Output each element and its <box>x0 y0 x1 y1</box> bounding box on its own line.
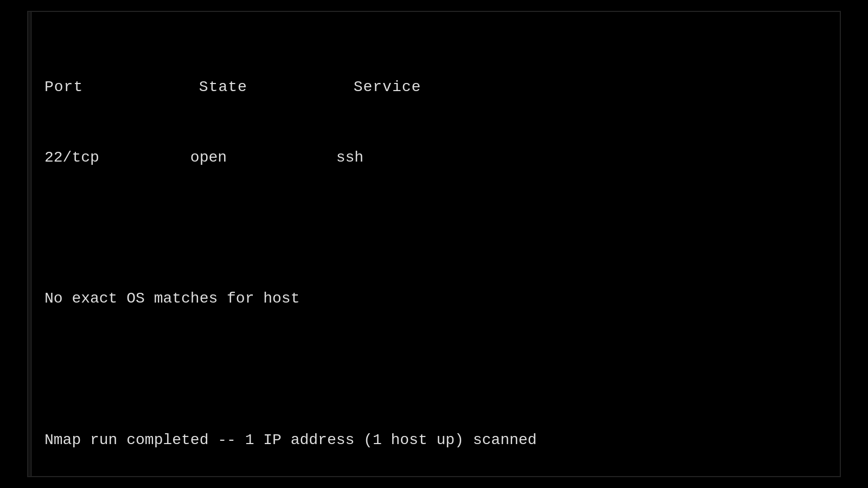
terminal-screen: Port State Service 22/tcp open ssh No ex… <box>27 11 841 477</box>
terminal-line-port-row: 22/tcp open ssh <box>44 146 824 169</box>
terminal-output: Port State Service 22/tcp open ssh No ex… <box>44 23 824 488</box>
terminal-line-nmap-complete: Nmap run completed -- 1 IP address (1 ho… <box>44 428 824 452</box>
terminal-line-os-match: No exact OS matches for host <box>44 287 824 310</box>
terminal-line-blank1 <box>44 216 824 240</box>
left-border <box>28 12 31 476</box>
terminal-line-blank2 <box>44 357 824 381</box>
terminal-line-header-cols: Port State Service <box>44 75 824 99</box>
